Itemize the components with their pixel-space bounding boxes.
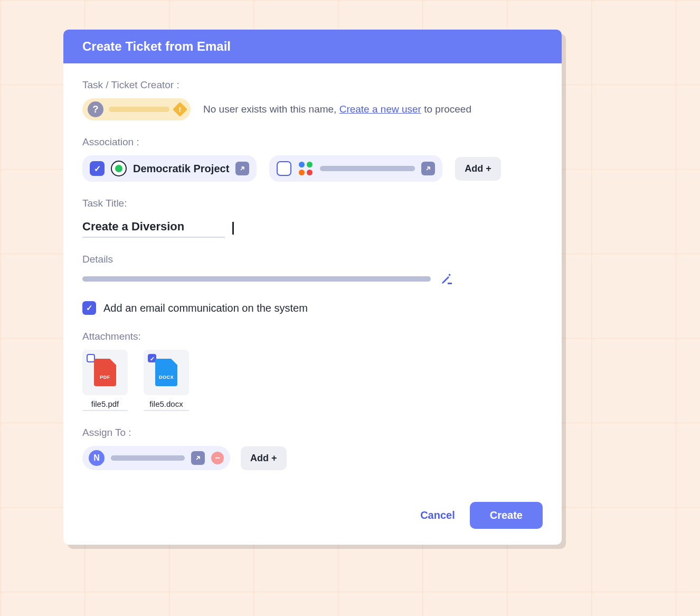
- association-checkbox[interactable]: [90, 161, 105, 176]
- association-checkbox[interactable]: [277, 161, 291, 176]
- creator-label: Task / Ticket Creator :: [82, 79, 543, 91]
- attachment-item[interactable]: DOCX file5.docx: [144, 350, 189, 411]
- remove-assignee-icon[interactable]: −: [211, 452, 224, 464]
- text-cursor: [232, 222, 234, 235]
- project-icon: [111, 161, 127, 176]
- create-ticket-modal: Create Ticket from Email Task / Ticket C…: [63, 30, 562, 545]
- create-new-user-link[interactable]: Create a new user: [339, 104, 421, 115]
- open-icon[interactable]: [191, 451, 205, 465]
- attachment-filename: file5.docx: [144, 399, 189, 411]
- warning-icon: !: [173, 102, 187, 117]
- assignee-placeholder-bar: [111, 455, 185, 461]
- association-item-second[interactable]: [269, 155, 442, 182]
- creator-section: Task / Ticket Creator : ? ! No user exis…: [82, 79, 543, 120]
- details-section: Details: [82, 254, 543, 285]
- attachment-item[interactable]: PDF file5.pdf: [82, 350, 128, 411]
- open-icon[interactable]: [421, 162, 435, 175]
- edit-icon[interactable]: [440, 273, 453, 285]
- creator-chip[interactable]: ? !: [82, 98, 191, 120]
- association-placeholder-bar: [320, 166, 415, 171]
- task-title-input[interactable]: [82, 217, 225, 238]
- open-icon[interactable]: [235, 162, 249, 175]
- email-communication-label: Add an email communication on the system: [103, 302, 308, 314]
- creator-placeholder-bar: [109, 107, 169, 112]
- association-label: Association :: [82, 136, 543, 148]
- add-association-button[interactable]: Add +: [455, 157, 501, 181]
- avatar: N: [89, 450, 105, 466]
- app-grid-icon: [298, 161, 314, 176]
- creator-message: No user exists with this name, Create a …: [203, 104, 471, 115]
- task-title-label: Task Title:: [82, 198, 543, 209]
- modal-footer: Cancel Create: [82, 486, 543, 529]
- email-communication-row: Add an email communication on the system: [82, 301, 543, 315]
- association-section: Association : Democratik Project: [82, 136, 543, 182]
- attachment-filename: file5.pdf: [82, 399, 128, 411]
- task-title-section: Task Title:: [82, 198, 543, 238]
- attachments-section: Attachments: PDF file5.pdf DOC: [82, 331, 543, 411]
- assign-to-section: Assign To : N − Add +: [82, 427, 543, 470]
- assign-to-label: Assign To :: [82, 427, 543, 438]
- association-name: Democratik Project: [133, 163, 229, 175]
- association-item-democratik[interactable]: Democratik Project: [82, 155, 257, 182]
- cancel-button[interactable]: Cancel: [420, 509, 455, 521]
- add-assignee-button[interactable]: Add +: [241, 446, 287, 470]
- docx-file-icon: DOCX: [155, 359, 177, 386]
- svg-rect-0: [448, 283, 452, 284]
- create-button[interactable]: Create: [470, 502, 543, 529]
- assignee-chip[interactable]: N −: [82, 446, 230, 470]
- unknown-user-icon: ?: [88, 101, 103, 117]
- email-communication-checkbox[interactable]: [82, 301, 96, 315]
- attachments-label: Attachments:: [82, 331, 543, 342]
- details-label: Details: [82, 254, 543, 265]
- pdf-file-icon: PDF: [94, 359, 116, 386]
- modal-title: Create Ticket from Email: [63, 30, 562, 63]
- details-placeholder-bar: [82, 276, 431, 282]
